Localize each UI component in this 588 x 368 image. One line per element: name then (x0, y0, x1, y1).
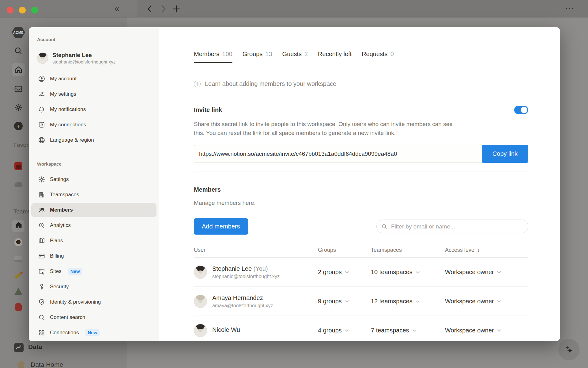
close-window-button[interactable] (7, 7, 13, 13)
forward-icon[interactable] (161, 5, 166, 13)
sidebar-item-my-connections[interactable]: My connections (31, 118, 156, 132)
groups-dropdown[interactable]: 4 groups (318, 327, 371, 334)
sidebar-item-billing[interactable]: Billing (31, 249, 156, 263)
settings-modal: Account Stephanie Lee stephanie@toolsfor… (29, 27, 560, 341)
account-user[interactable]: Stephanie Lee stephanie@toolsforthought.… (34, 51, 154, 65)
teamspaces-dropdown[interactable]: 7 teamspaces (371, 327, 445, 334)
groups-dropdown[interactable]: 9 groups (318, 298, 371, 305)
tab-count: 0 (390, 51, 394, 58)
new-badge: New (68, 268, 82, 275)
sidebar-item-plans[interactable]: Plans (31, 234, 156, 247)
table-row: Stephanie Lee (You) stephanie@toolsforth… (194, 258, 528, 287)
phone-emoji-icon[interactable] (14, 162, 22, 170)
minimize-window-button[interactable] (19, 7, 26, 13)
access-level-dropdown[interactable]: Workspace owner (445, 269, 528, 276)
search-icon[interactable] (14, 47, 23, 55)
reset-link[interactable]: reset the link (228, 130, 262, 136)
people-icon (38, 206, 45, 214)
sidebar-item-label: Identity & provisioning (50, 299, 101, 305)
member-filter-input[interactable] (390, 223, 523, 230)
chevron-down-icon (345, 271, 349, 274)
tab-recently-left[interactable]: Recently left (318, 51, 352, 63)
zoom-window-button[interactable] (31, 7, 38, 13)
home-icon[interactable] (14, 66, 23, 74)
teamspaces-dropdown[interactable]: 12 teamspaces (371, 298, 445, 305)
tab-count: 2 (304, 51, 308, 58)
collapse-sidebar-icon[interactable]: « (115, 4, 119, 13)
new-tab-icon[interactable] (172, 5, 180, 13)
chevron-down-icon (497, 300, 501, 303)
tab-requests[interactable]: Requests0 (362, 51, 394, 63)
settings-sidebar: Account Stephanie Lee stephanie@toolsfor… (29, 27, 159, 341)
bell-icon (38, 106, 45, 113)
more-options-icon[interactable]: ⋯ (565, 2, 575, 13)
teamspace-home-icon[interactable] (15, 221, 22, 229)
chevron-down-icon (345, 329, 349, 332)
sidebar-item-label: My notifications (50, 106, 86, 113)
sidebar-item-language-region[interactable]: Language & region (31, 133, 156, 147)
tab-groups[interactable]: Groups13 (243, 51, 272, 63)
members-table-header: User Groups Teamspaces Access level ↓ (194, 247, 528, 258)
new-page-icon[interactable]: + (14, 122, 23, 130)
sidebar-item-my-settings[interactable]: My settings (31, 87, 156, 101)
sidebar-item-sites[interactable]: Sites New (31, 265, 156, 278)
grid-icon (38, 329, 45, 336)
chevron-down-icon (345, 300, 349, 303)
inbox-icon[interactable] (14, 85, 23, 93)
member-avatar (194, 295, 207, 308)
member-email: stephanie@toolsforthought.xyz (212, 274, 280, 279)
back-icon[interactable] (147, 5, 152, 13)
access-level-dropdown[interactable]: Workspace owner (445, 327, 528, 334)
groups-dropdown[interactable]: 2 groups (318, 269, 371, 276)
member-filter[interactable] (376, 220, 528, 233)
sidebar-item-label: Analytics (50, 222, 71, 228)
sidebar-item-my-account[interactable]: My account (31, 72, 156, 86)
sidebar-item-analytics[interactable]: Analytics (31, 219, 156, 232)
data-chart-icon[interactable] (14, 343, 24, 352)
tab-guests[interactable]: Guests2 (282, 51, 308, 63)
workspace-section-label: Workspace (37, 161, 159, 167)
sidebar-item-teamspaces[interactable]: Teamspaces (31, 188, 156, 201)
sidebar-item-identity-provisioning[interactable]: Identity & provisioning (31, 295, 156, 309)
building-icon (38, 191, 45, 198)
sidebar-item-connections[interactable]: Connections New (31, 326, 156, 339)
sidebar-item-label: My connections (50, 122, 86, 128)
col-teamspaces[interactable]: Teamspaces (371, 247, 445, 253)
backpack-emoji-icon[interactable] (15, 303, 22, 311)
ai-sparkle-button[interactable] (558, 339, 580, 361)
learn-about-members-link[interactable]: ? Learn about adding members to your wor… (194, 80, 528, 87)
col-access-level[interactable]: Access level ↓ (445, 247, 528, 253)
coffee-emoji-icon[interactable] (14, 238, 22, 246)
members-tabs: Members100 Groups13 Guests2 Recently lef… (194, 27, 528, 63)
member-name: Amaya Hernandez (212, 294, 273, 302)
sidebar-item-label: Members (50, 207, 73, 213)
tab-count: 100 (222, 51, 232, 58)
sidebar-item-settings[interactable]: Settings (31, 173, 156, 186)
sidebar-item-label: Sites (50, 268, 62, 274)
laptop-emoji-icon[interactable] (14, 256, 22, 262)
sidebar-item-security[interactable]: Security (31, 280, 156, 293)
sidebar-item-content-search[interactable]: Content search (31, 311, 156, 324)
member-name: Stephanie Lee (You) (212, 265, 280, 273)
sidebar-item-my-notifications[interactable]: My notifications (31, 103, 156, 116)
gear-icon (38, 176, 45, 183)
data-section-label[interactable]: Data (28, 343, 42, 351)
teamspaces-dropdown[interactable]: 10 teamspaces (371, 269, 445, 276)
settings-gear-icon[interactable] (14, 103, 23, 112)
sidebar-item-label: Settings (50, 176, 69, 182)
account-user-email: stephanie@toolsforthought.xyz (52, 59, 115, 64)
data-home-label[interactable]: Data Home (31, 361, 63, 368)
copy-link-button[interactable]: Copy link (482, 145, 528, 163)
invite-link-toggle[interactable] (514, 106, 528, 114)
window-titlebar: « ⋯ (0, 0, 588, 17)
chevron-down-icon (497, 271, 501, 274)
arrow-out-box-icon (38, 121, 45, 128)
sidebar-item-label: Billing (50, 253, 64, 259)
tab-members[interactable]: Members100 (194, 51, 232, 63)
globe-icon (38, 136, 45, 144)
access-level-dropdown[interactable]: Workspace owner (445, 298, 528, 305)
sidebar-item-members[interactable]: Members (31, 203, 156, 217)
add-members-button[interactable]: Add members (194, 218, 248, 235)
invite-link-input[interactable] (194, 145, 528, 163)
col-groups[interactable]: Groups (318, 247, 371, 253)
